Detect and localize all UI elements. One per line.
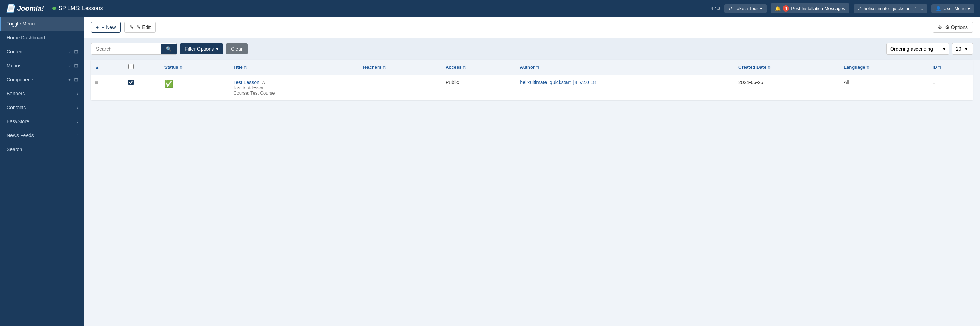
teachers-sort-icon: ⇅: [383, 65, 386, 70]
per-page-select[interactable]: 20 ▾: [952, 43, 973, 55]
sidebar-item-contacts[interactable]: Contacts ›: [0, 100, 84, 114]
sidebar-item-content[interactable]: Content › ⊞: [0, 45, 84, 59]
new-button[interactable]: + + New: [91, 22, 121, 33]
sidebar-item-banners[interactable]: Banners ›: [0, 87, 84, 100]
col-language[interactable]: Language ⇅: [840, 60, 928, 75]
col-id[interactable]: ID ⇅: [928, 60, 973, 75]
sidebar: Toggle Menu Home Dashboard Content › ⊞ M…: [0, 17, 84, 326]
lessons-table: ▲ Status ⇅ Title ⇅: [91, 60, 973, 100]
search-input[interactable]: [91, 43, 161, 54]
status-cell: ✅: [160, 75, 229, 100]
col-access[interactable]: Access ⇅: [441, 60, 515, 75]
contacts-arrow-icon: ›: [77, 105, 78, 110]
sidebar-item-easystore[interactable]: EasyStore ›: [0, 114, 84, 129]
title-cell: Test Lesson A lias: test-lesson Course: …: [229, 75, 358, 100]
row-checkbox-cell: [124, 75, 160, 100]
gear-icon: ⚙: [938, 24, 942, 30]
sidebar-item-search[interactable]: Search: [0, 142, 84, 156]
plus-icon: +: [96, 24, 99, 30]
logo-text: 📄: [6, 4, 15, 13]
options-button[interactable]: ⚙ ⚙ Options: [932, 22, 973, 33]
notifications-button[interactable]: 🔔 4 Post Installation Messages: [771, 3, 850, 13]
col-status[interactable]: Status ⇅: [160, 60, 229, 75]
col-title[interactable]: Title ⇅: [229, 60, 358, 75]
status-sort-icon: ⇅: [180, 65, 183, 70]
edit-button[interactable]: ✎ ✎ Edit: [124, 22, 156, 33]
created-date-cell: 2024-06-25: [734, 75, 840, 100]
lesson-title-link[interactable]: Test Lesson A: [233, 80, 265, 85]
search-wrap: 🔍: [91, 43, 177, 55]
top-nav: 📄 Joomla! SP LMS: Lessons 4.4.3 ⇄ Take a…: [0, 0, 980, 17]
components-arrow-icon: ▾: [68, 77, 70, 82]
content-arrow-icon: ›: [69, 49, 70, 54]
search-button[interactable]: 🔍: [161, 44, 177, 54]
news-feeds-arrow-icon: ›: [77, 133, 78, 138]
clear-button[interactable]: Clear: [226, 43, 247, 54]
lessons-table-container: ▲ Status ⇅ Title ⇅: [84, 60, 980, 107]
easystore-arrow-icon: ›: [77, 119, 78, 124]
col-sort[interactable]: ▲: [91, 60, 124, 75]
col-teachers[interactable]: Teachers ⇅: [358, 60, 441, 75]
id-sort-icon: ⇅: [938, 65, 941, 70]
col-created-date[interactable]: Created Date ⇅: [734, 60, 840, 75]
external-link-icon: ↗: [858, 6, 862, 11]
created-date-sort-icon: ⇅: [768, 65, 771, 70]
status-dot: [52, 6, 56, 10]
table-header-row: ▲ Status ⇅ Title ⇅: [91, 60, 973, 75]
user-menu-chevron-icon: ▾: [968, 6, 970, 11]
logo-label: Joomla!: [17, 5, 44, 13]
language-cell: All: [840, 75, 928, 100]
joomla-logo: 📄 Joomla!: [6, 4, 44, 13]
per-page-chevron-icon: ▾: [965, 46, 967, 52]
ordering-select[interactable]: Ordering ascending ▾: [886, 43, 949, 55]
site-link-text: helixultimate_quickstart_j4_...: [864, 6, 923, 11]
user-icon: 👤: [935, 6, 941, 11]
author-cell: helixultimate_quickstart_j4_v2.0.18: [515, 75, 734, 100]
filter-options-button[interactable]: Filter Options ▾: [180, 43, 223, 54]
access-sort-icon: ⇅: [463, 65, 466, 70]
id-cell: 1: [928, 75, 973, 100]
sidebar-item-menus[interactable]: Menus › ⊞: [0, 59, 84, 73]
search-icon: 🔍: [166, 46, 172, 52]
drag-handle-cell: ≡: [91, 75, 124, 100]
col-author[interactable]: Author ⇅: [515, 60, 734, 75]
tour-icon: ⇄: [729, 6, 732, 11]
banners-arrow-icon: ›: [77, 91, 78, 96]
select-all-checkbox[interactable]: [128, 64, 134, 70]
published-icon[interactable]: ✅: [164, 80, 173, 87]
filter-chevron-icon: ▾: [216, 46, 218, 52]
sidebar-item-components[interactable]: Components ▾ ⊞: [0, 73, 84, 87]
take-a-tour-button[interactable]: ⇄ Take a Tour ▾: [724, 4, 767, 13]
components-grid-icon: ⊞: [74, 77, 78, 83]
main-content: + + New ✎ ✎ Edit ⚙ ⚙ Options 🔍 Filter Op…: [84, 17, 980, 326]
notification-badge: 4: [783, 5, 789, 11]
row-checkbox[interactable]: [128, 80, 134, 85]
teachers-cell: [358, 75, 441, 100]
filter-bar: 🔍 Filter Options ▾ Clear Ordering ascend…: [84, 38, 980, 60]
col-checkbox[interactable]: [124, 60, 160, 75]
lesson-alias: lias: test-lesson: [233, 85, 353, 91]
title-sort-icon: ⇅: [244, 65, 247, 70]
ordering-chevron-icon: ▾: [943, 46, 945, 52]
table-row: ≡ ✅ Test Lesson A: [91, 75, 973, 100]
sidebar-item-home-dashboard[interactable]: Home Dashboard: [0, 31, 84, 45]
content-grid-icon: ⊞: [74, 49, 78, 54]
user-menu-button[interactable]: 👤 User Menu ▾: [931, 4, 974, 13]
post-install-label: Post Installation Messages: [791, 6, 845, 11]
bell-icon: 🔔: [775, 6, 781, 11]
site-link-button[interactable]: ↗ helixultimate_quickstart_j4_...: [854, 4, 928, 13]
sidebar-item-news-feeds[interactable]: News Feeds ›: [0, 129, 84, 142]
edit-icon: ✎: [130, 24, 134, 30]
tour-chevron-icon: ▾: [760, 6, 762, 11]
lesson-course: Course: Test Course: [233, 91, 353, 95]
author-link[interactable]: helixultimate_quickstart_j4_v2.0.18: [520, 80, 596, 85]
author-sort-icon: ⇅: [536, 65, 539, 70]
access-cell: Public: [441, 75, 515, 100]
toggle-menu-item[interactable]: Toggle Menu: [0, 17, 84, 31]
drag-handle-icon[interactable]: ≡: [95, 80, 98, 86]
menus-arrow-icon: ›: [69, 63, 70, 68]
page-title: SP LMS: Lessons: [52, 5, 103, 11]
menus-grid-icon: ⊞: [74, 63, 78, 68]
language-sort-icon: ⇅: [867, 65, 870, 70]
joomla-version: 4.4.3: [711, 6, 721, 11]
